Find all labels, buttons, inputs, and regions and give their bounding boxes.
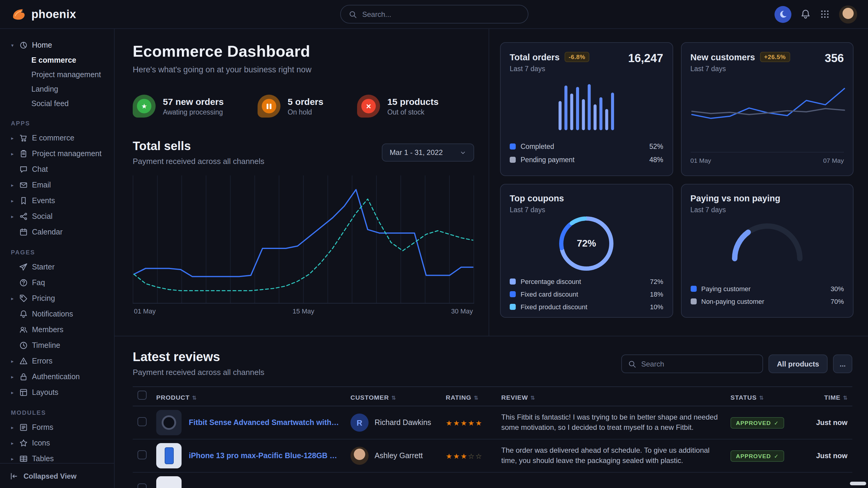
sidebar-item-calendar[interactable]: Calendar bbox=[6, 224, 108, 240]
caret-icon: ▸ bbox=[10, 390, 15, 395]
sidebar-item-events[interactable]: ▸Events bbox=[6, 193, 108, 208]
paying-gauge-chart bbox=[731, 220, 803, 262]
product-link[interactable]: Fitbit Sense Advanced Smartwatch with To… bbox=[189, 418, 341, 427]
sidebar-item-forms[interactable]: ▸Forms bbox=[6, 420, 108, 435]
stat-value: 5 orders bbox=[288, 96, 323, 107]
cart-icon bbox=[19, 134, 28, 142]
sidebar-item-pricing[interactable]: ▸Pricing bbox=[6, 291, 108, 306]
search-icon bbox=[348, 10, 357, 19]
sidebar-nav: ▾HomeE commerceProject managementLanding… bbox=[0, 29, 114, 463]
all-products-button[interactable]: All products bbox=[769, 355, 828, 373]
column-header-customer[interactable]: CUSTOMER⇅ bbox=[346, 387, 441, 406]
scrollbar-thumb[interactable] bbox=[850, 482, 866, 485]
sidebar-item-faq[interactable]: Faq bbox=[6, 275, 108, 291]
sidebar-item-icons[interactable]: ▸Icons bbox=[6, 435, 108, 451]
rating-stars: ★★★★★ bbox=[441, 406, 496, 439]
latest-reviews-section: Latest reviews Payment received across a… bbox=[115, 336, 868, 488]
sidebar-item-label: Tables bbox=[32, 455, 54, 463]
sidebar-item-notifications[interactable]: Notifications bbox=[6, 306, 108, 322]
new-customers-x-axis: 01 May 07 May bbox=[690, 152, 844, 166]
sidebar-item-members[interactable]: Members bbox=[6, 322, 108, 337]
top-coupons-legend: Percentage discount72%Fixed card discoun… bbox=[510, 276, 663, 314]
search-icon bbox=[628, 360, 637, 368]
sidebar-item-label: Events bbox=[32, 197, 55, 205]
bell-icon bbox=[19, 310, 28, 318]
card-period: Last 7 days bbox=[690, 206, 780, 214]
collapsed-view-label: Collapsed View bbox=[24, 472, 76, 480]
dashboard-main: Ecommerce Dashboard Here's what's going … bbox=[115, 29, 489, 336]
sidebar-item-label: Timeline bbox=[32, 341, 60, 350]
select-all-checkbox[interactable] bbox=[137, 391, 147, 400]
date-range-select[interactable]: Mar 1 - 31, 2022 bbox=[382, 143, 474, 162]
customer-name[interactable]: Ashley Garrett bbox=[375, 452, 423, 460]
sidebar-item-landing[interactable]: Landing bbox=[6, 82, 108, 96]
review-text: The order was delivered ahead of schedul… bbox=[501, 445, 721, 466]
row-checkbox[interactable] bbox=[137, 483, 147, 488]
column-header-rating[interactable]: RATING⇅ bbox=[441, 387, 496, 406]
apps-grid-button[interactable] bbox=[820, 9, 830, 19]
card-value: 356 bbox=[825, 52, 844, 65]
sidebar-item-label: Errors bbox=[32, 357, 53, 365]
sidebar-item-label: Authentication bbox=[32, 372, 80, 381]
calendar-icon bbox=[19, 228, 28, 236]
sidebar-item-project-management[interactable]: Project management bbox=[6, 67, 108, 82]
sidebar-item-social-feed[interactable]: Social feed bbox=[6, 96, 108, 111]
sort-icon: ⇅ bbox=[392, 395, 396, 400]
sidebar-item-tables[interactable]: ▸Tables bbox=[6, 451, 108, 463]
theme-toggle-button[interactable] bbox=[775, 6, 792, 23]
sidebar-item-home[interactable]: ▾Home bbox=[6, 37, 108, 53]
sort-icon: ⇅ bbox=[192, 395, 197, 400]
sidebar-item-label: Pricing bbox=[32, 294, 55, 303]
sidebar-item-chat[interactable]: Chat bbox=[6, 162, 108, 177]
reviews-search-input[interactable] bbox=[641, 360, 756, 368]
customer-name[interactable]: Richard Dawkins bbox=[375, 418, 431, 427]
brand-name: phoenix bbox=[31, 7, 76, 21]
sidebar-item-e-commerce[interactable]: ▸E commerce bbox=[6, 130, 108, 146]
collapsed-view-toggle[interactable]: Collapsed View bbox=[0, 463, 114, 488]
sidebar-item-starter[interactable]: Starter bbox=[6, 259, 108, 275]
product-thumbnail[interactable] bbox=[156, 476, 182, 488]
card-title: Total orders bbox=[510, 52, 559, 62]
user-avatar[interactable] bbox=[839, 5, 857, 23]
sidebar-item-project-management[interactable]: ▸Project management bbox=[6, 146, 108, 162]
reviews-search[interactable] bbox=[621, 355, 763, 373]
sidebar-item-email[interactable]: ▸Email bbox=[6, 177, 108, 193]
topbar-search-input[interactable] bbox=[362, 10, 520, 19]
stat-caption: Out of stock bbox=[387, 108, 438, 116]
product-thumbnail[interactable] bbox=[156, 410, 182, 435]
topbar: phoenix bbox=[0, 0, 868, 29]
column-header-time[interactable]: TIME⇅ bbox=[798, 387, 852, 406]
more-options-button[interactable]: ... bbox=[833, 355, 852, 373]
total-sells-chart bbox=[133, 174, 474, 304]
column-header-review[interactable]: REVIEW⇅ bbox=[496, 387, 726, 406]
card-paying-vs-non-paying: Paying vs non paying Last 7 days Paying … bbox=[681, 184, 854, 318]
x-axis-label: 30 May bbox=[451, 307, 473, 315]
table-row-partial bbox=[133, 472, 852, 488]
rating-stars: ★★★☆☆ bbox=[441, 439, 496, 472]
users-icon bbox=[19, 326, 28, 334]
sidebar-item-timeline[interactable]: Timeline bbox=[6, 337, 108, 353]
product-link[interactable]: iPhone 13 pro max-Pacific Blue-128GB sto… bbox=[189, 452, 341, 460]
card-period: Last 7 days bbox=[510, 65, 590, 72]
sidebar-item-social[interactable]: ▸Social bbox=[6, 208, 108, 224]
sidebar-item-errors[interactable]: ▸Errors bbox=[6, 353, 108, 369]
row-checkbox[interactable] bbox=[137, 450, 147, 459]
sidebar-item-layouts[interactable]: ▸Layouts bbox=[6, 385, 108, 400]
total-sells-title: Total sells bbox=[133, 139, 264, 153]
row-checkbox[interactable] bbox=[137, 417, 147, 426]
caret-icon: ▸ bbox=[10, 151, 15, 157]
column-header-product[interactable]: PRODUCT⇅ bbox=[151, 387, 346, 406]
sidebar: ▾HomeE commerceProject managementLanding… bbox=[0, 29, 115, 488]
notifications-button[interactable] bbox=[801, 9, 811, 19]
sidebar-item-authentication[interactable]: ▸Authentication bbox=[6, 369, 108, 385]
brand[interactable]: phoenix bbox=[11, 7, 76, 22]
sidebar-item-label: Home bbox=[32, 41, 52, 50]
topbar-search[interactable] bbox=[340, 5, 528, 24]
product-thumbnail[interactable] bbox=[156, 443, 182, 468]
caret-icon: ▸ bbox=[10, 214, 15, 219]
card-value: 16,247 bbox=[628, 52, 663, 65]
sidebar-item-label: Chat bbox=[32, 165, 48, 174]
total-sells-header: Total sells Payment received across all … bbox=[133, 139, 474, 166]
column-header-status[interactable]: STATUS⇅ bbox=[726, 387, 798, 406]
sidebar-item-e-commerce[interactable]: E commerce bbox=[6, 53, 108, 67]
